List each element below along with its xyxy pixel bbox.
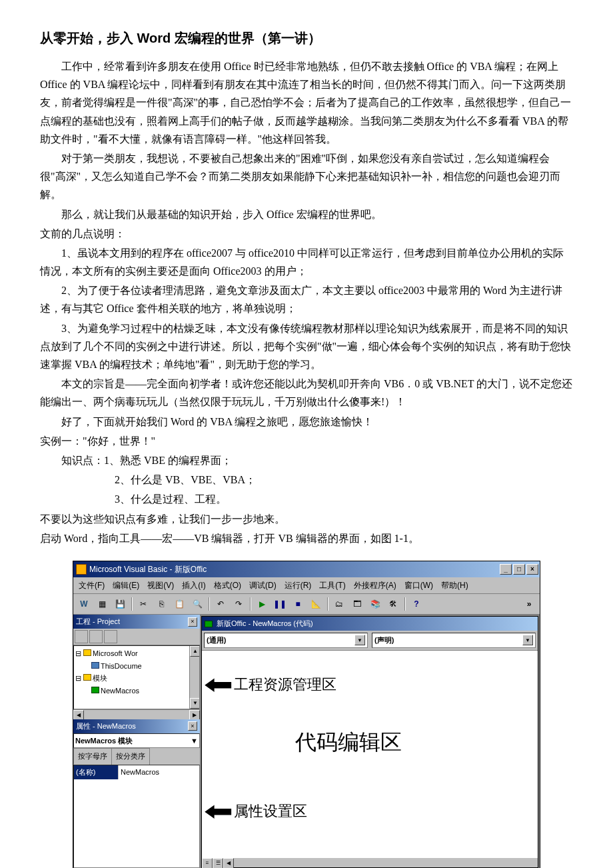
tb-run-icon[interactable]: ▶ [254,596,270,612]
menubar: 文件(F) 编辑(E) 视图(V) 插入(I) 格式(O) 调试(D) 运行(R… [73,577,540,594]
maximize-button[interactable]: □ [513,564,525,575]
wish: 好了，下面就开始我们 Word 的 VBA 编程之旅吧，愿您旅途愉快！ [40,413,573,431]
properties-pane-close-icon[interactable]: × [188,721,197,731]
menu-edit[interactable]: 编辑(E) [110,579,142,592]
properties-grid[interactable]: (名称) NewMacros [73,765,200,868]
tb-browser-icon[interactable]: 📚 [367,596,383,612]
main-area: 工程 - Project × ⊟ Microsoft Wor ThisDocum… [73,615,540,868]
tb-word-icon[interactable]: W [76,596,92,612]
properties-pane-title: 属性 - NewMacros × [73,719,200,733]
procedure-combo-arrow-icon[interactable]: ▼ [522,635,533,645]
menu-help[interactable]: 帮助(H) [438,579,471,592]
arrow-icon-2: ⬅ [205,791,233,831]
tb-project-icon[interactable]: 🗂 [331,596,347,612]
para-intro-1: 工作中，经常看到许多朋友在使用 Office 时已经非常地熟练，但仍不敢去接触 … [40,57,573,148]
tb-undo-icon[interactable]: ↶ [213,596,229,612]
arrow-icon: ⬅ [205,664,233,705]
object-combo[interactable]: (通用) ▼ [204,633,368,648]
example-label: 实例一："你好，世界！" [40,432,573,450]
menu-insert[interactable]: 插入(I) [179,579,208,592]
tb-design-icon[interactable]: 📐 [308,596,324,612]
code-editor[interactable]: ⬅ 工程资源管理区 代码编辑区 ⬅ 属性设置区 [202,651,538,859]
left-panel: 工程 - Project × ⊟ Microsoft Wor ThisDocum… [73,615,200,868]
module-icon [205,621,213,627]
window-title: Microsoft Visual Basic - 新版Offic [89,563,207,576]
point-2: 2、什么是 VB、VBE、VBA； [40,471,573,489]
tab-alphabetic[interactable]: 按字母序 [73,748,112,765]
tb-toolbox-icon[interactable]: 🛠 [385,596,401,612]
purpose: 本文的宗旨是——完全面向初学者！或许您还能以此为契机叩开奔向 VB6．0 或 V… [40,375,573,411]
menu-format[interactable]: 格式(O) [211,579,244,592]
tb-expand-icon[interactable]: » [521,596,537,612]
vb-app-icon [76,564,87,575]
toolbar: W ▦ 💾 ✂ ⎘ 📋 🔍 ↶ ↷ ▶ ❚❚ ■ 📐 🗂 🗔 📚 🛠 ? » [73,594,540,615]
code-panel: 新版Offic - NewMacros (代码) (通用) ▼ (声明) ▼ [200,615,540,868]
project-tree[interactable]: ⊟ Microsoft Wor ThisDocume ⊟ 模块 NewMacro… [73,645,200,709]
menu-file[interactable]: 文件(F) [76,579,107,592]
view-code-icon[interactable] [75,630,88,643]
scroll-down-icon[interactable]: ▼ [190,698,200,709]
prop-value-cell[interactable]: NewMacros [118,765,199,779]
object-combo-arrow-icon[interactable]: ▼ [354,635,365,645]
code-view-selector: ≡ ☰ ◀ [202,858,538,867]
prop-name-cell: (名称) [74,765,118,779]
project-pane-title: 工程 - Project × [73,615,200,629]
properties-object-selector[interactable]: NewMacros 模块 ▼ [73,733,200,749]
menu-addins[interactable]: 外接程序(A) [351,579,399,592]
procedure-view-icon[interactable]: ≡ [202,858,213,868]
toggle-folders-icon[interactable] [104,630,117,643]
procedure-combo[interactable]: (声明) ▼ [372,633,536,648]
note-2: 2、为了便于各位读者理清思路，避免文章涉及面太广，本文主要以 office200… [40,281,573,317]
minimize-button[interactable]: _ [500,564,512,575]
view-object-icon[interactable] [89,630,103,643]
tab-categorized[interactable]: 按分类序 [111,748,150,765]
full-module-view-icon[interactable]: ☰ [213,858,223,868]
menu-window[interactable]: 窗口(W) [402,579,436,592]
menu-view[interactable]: 视图(V) [145,579,177,592]
tb-cut-icon[interactable]: ✂ [135,596,151,612]
launch: 启动 Word，指向工具——宏——VB 编辑器，打开 VB 编辑器的界面，如图 … [40,529,573,547]
code-combos: (通用) ▼ (声明) ▼ [202,631,538,651]
tb-paste-icon[interactable]: 📋 [171,596,187,612]
tb-find-icon[interactable]: 🔍 [189,596,205,612]
annot-code-label: 代码编辑区 [295,724,402,760]
annot-project-label: 工程资源管理区 [234,672,336,697]
note-3: 3、为避免学习过程中的枯燥乏味，本文没有像传统编程教材那样以理论知识为线索展开，… [40,319,573,374]
close-button[interactable]: × [526,564,538,575]
tb-break-icon[interactable]: ❚❚ [272,596,288,612]
project-pane-close-icon[interactable]: × [188,617,197,627]
point-3: 3、什么是过程、工程。 [40,490,573,508]
tb-redo-icon[interactable]: ↷ [231,596,247,612]
scroll-up-icon[interactable]: ▲ [190,646,200,657]
page-title: 从零开始，步入 Word 宏编程的世界（第一讲） [40,27,573,49]
tb-copy-icon[interactable]: ⎘ [153,596,169,612]
nohard: 不要以为这些知识点有多难，让我们一步一步地来。 [40,510,573,528]
preface-label: 文前的几点说明： [40,225,573,243]
code-window-title: 新版Offic - NewMacros (代码) [202,617,538,631]
para-intro-2: 对于第一类朋友，我想说，不要被自己想象出来的"困难"吓倒，如果您没有亲自尝试过，… [40,149,573,204]
hscroll-left-icon[interactable]: ◀ [223,858,234,868]
properties-tabs: 按字母序 按分类序 [73,748,200,765]
menu-tools[interactable]: 工具(T) [316,579,348,592]
vbe-window: Microsoft Visual Basic - 新版Offic _ □ × 文… [73,561,540,868]
project-pane-toolbar [73,629,200,645]
tb-save-icon[interactable]: 💾 [112,596,128,612]
code-window: 新版Offic - NewMacros (代码) (通用) ▼ (声明) ▼ [201,616,538,868]
menu-debug[interactable]: 调试(D) [247,579,279,592]
note-1: 1、虽说本文用到的程序在 office2007 与 office2010 中同样… [40,244,573,280]
menu-run[interactable]: 运行(R) [282,579,314,592]
annot-props-label: 属性设置区 [234,799,307,823]
project-hscroll[interactable]: ◀ ▶ [73,709,200,719]
tb-properties-icon[interactable]: 🗔 [349,596,365,612]
para-intro-3: 那么，就让我们从最基础的知识开始，步入 Office 宏编程的世界吧。 [40,205,573,223]
tb-help-icon[interactable]: ? [408,596,424,612]
titlebar: Microsoft Visual Basic - 新版Offic _ □ × [73,561,540,577]
points-label: 知识点：1、熟悉 VBE 的编程界面； [40,451,573,469]
tb-insert-icon[interactable]: ▦ [94,596,110,612]
tb-stop-icon[interactable]: ■ [290,596,306,612]
